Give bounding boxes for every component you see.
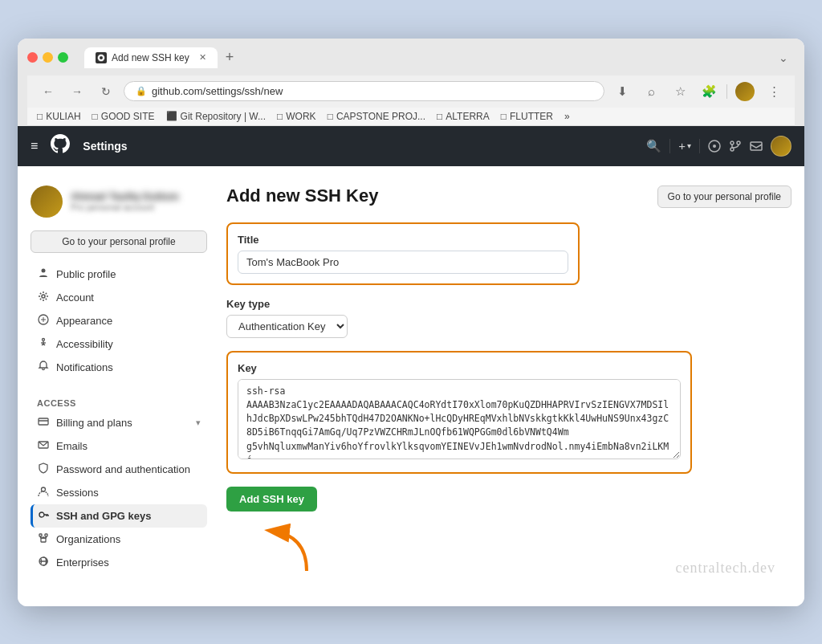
more-bookmarks-icon: » xyxy=(564,111,570,122)
browser-tabs: Add new SSH key ✕ + xyxy=(84,47,766,68)
search-btn[interactable]: 🔍 xyxy=(646,139,661,153)
sidebar-item-appearance[interactable]: Appearance xyxy=(31,309,207,332)
sidebar-item-billing[interactable]: Billing and plans ▾ xyxy=(31,411,207,434)
tab-title: Add new SSH key xyxy=(112,52,189,63)
security-icon: 🔒 xyxy=(136,86,147,96)
header-menu-btn[interactable]: ≡ xyxy=(31,139,38,153)
browser-expand-btn[interactable]: ⌄ xyxy=(772,47,795,69)
bookmark-capstone[interactable]: □ CAPSTONE PROJ... xyxy=(328,111,425,122)
folder-icon: □ xyxy=(437,111,442,122)
github-header: ≡ Settings 🔍 +▾ xyxy=(18,126,804,166)
folder-icon: □ xyxy=(37,111,43,122)
refresh-btn[interactable]: ↻ xyxy=(95,80,117,103)
browser-window: Add new SSH key ✕ + ⌄ ← → ↻ 🔒 github.com… xyxy=(18,39,804,606)
access-nav: Billing and plans ▾ Emails Password an xyxy=(31,411,207,574)
download-btn[interactable]: ⬇ xyxy=(611,80,633,103)
main-content: Go to your personal profile Add new SSH … xyxy=(226,185,791,587)
browser-avatar xyxy=(735,82,755,101)
bookmark-label: Git Repository | W... xyxy=(181,111,266,122)
browser-titlebar: Add new SSH key ✕ + ⌄ xyxy=(27,47,795,69)
sidebar-item-accessibility[interactable]: Accessibility xyxy=(31,332,207,356)
go-to-profile-btn[interactable]: Go to your personal profile xyxy=(31,230,207,253)
issues-btn[interactable] xyxy=(708,140,721,153)
sidebar-item-organizations[interactable]: Organizations xyxy=(31,528,207,551)
address-bar[interactable]: 🔒 github.com/settings/ssh/new xyxy=(124,81,604,101)
sidebar-item-emails[interactable]: Emails xyxy=(31,434,207,458)
email-icon xyxy=(37,439,50,453)
pr-btn[interactable] xyxy=(729,140,742,153)
bookmark-more[interactable]: » xyxy=(564,111,570,122)
folder-icon: □ xyxy=(501,111,507,122)
bookmark-btn[interactable]: ☆ xyxy=(669,80,691,103)
profile-btn[interactable] xyxy=(734,80,756,103)
nav-label: Appearance xyxy=(56,315,112,327)
sidebar-item-public-profile[interactable]: Public profile xyxy=(31,263,207,286)
org-icon xyxy=(37,532,50,546)
extensions-btn[interactable]: 🧩 xyxy=(698,80,720,103)
go-to-personal-profile-btn[interactable]: Go to your personal profile xyxy=(657,185,791,208)
sidebar-item-notifications[interactable]: Notifications xyxy=(31,356,207,379)
svg-rect-25 xyxy=(45,534,47,536)
svg-rect-16 xyxy=(39,418,48,425)
close-traffic-light[interactable] xyxy=(27,52,38,63)
enterprise-icon xyxy=(37,556,50,569)
header-icons: 🔍 +▾ xyxy=(646,136,791,157)
zoom-btn[interactable]: ⌕ xyxy=(640,80,662,103)
watermark-text: centraltech.dev xyxy=(676,560,775,576)
sidebar-avatar xyxy=(31,185,63,218)
bookmark-flutter[interactable]: □ FLUTTER xyxy=(501,111,553,122)
key-textarea[interactable]: ssh-rsa AAAAB3NzaC1yc2EAAAADAQABAAACAQC4… xyxy=(238,379,681,459)
sidebar-item-account[interactable]: Account xyxy=(31,286,207,309)
new-tab-btn[interactable]: + xyxy=(221,49,239,66)
svg-point-4 xyxy=(730,141,734,145)
maximize-traffic-light[interactable] xyxy=(58,52,68,63)
title-input[interactable] xyxy=(238,251,568,274)
svg-point-3 xyxy=(713,145,716,148)
bookmark-alterra[interactable]: □ ALTERRA xyxy=(437,111,490,122)
separator xyxy=(726,84,727,99)
active-tab[interactable]: Add new SSH key ✕ xyxy=(84,47,218,68)
svg-point-19 xyxy=(39,512,44,517)
svg-point-9 xyxy=(42,268,46,272)
bookmark-git-repo[interactable]: ⬛ Git Repository | W... xyxy=(166,111,266,122)
key-type-select[interactable]: Authentication Key Signing Key xyxy=(226,315,348,338)
title-label: Title xyxy=(238,234,568,246)
bookmark-kuliah[interactable]: □ KULIAH xyxy=(37,111,81,122)
sidebar-user-name: Ahmad Taufiq Gultom xyxy=(71,190,179,202)
github-logo xyxy=(51,134,70,158)
bookmark-work[interactable]: □ WORK xyxy=(277,111,316,122)
forward-btn[interactable]: → xyxy=(66,80,88,103)
bookmark-good-site[interactable]: □ GOOD SITE xyxy=(92,111,155,122)
key-label: Key xyxy=(238,362,681,374)
svg-point-5 xyxy=(737,141,740,145)
key-type-group: Key type Authentication Key Signing Key xyxy=(226,298,791,338)
traffic-lights xyxy=(27,52,68,63)
add-ssh-key-btn[interactable]: Add SSH key xyxy=(226,487,317,512)
browser-nav: ← → ↻ 🔒 github.com/settings/ssh/new ⬇ ⌕ … xyxy=(27,75,795,108)
svg-point-10 xyxy=(42,295,45,298)
bookmark-label: ALTERRA xyxy=(446,111,489,122)
github-content: Ahmad Taufiq Gultom Pro personal account… xyxy=(18,166,804,606)
sidebar-item-sessions[interactable]: Sessions xyxy=(31,481,207,504)
header-avatar[interactable] xyxy=(771,136,791,157)
inbox-btn[interactable] xyxy=(750,140,763,153)
back-btn[interactable]: ← xyxy=(37,80,59,103)
billing-icon xyxy=(37,416,50,430)
nav-label: Public profile xyxy=(56,268,116,280)
nav-label: Accessibility xyxy=(56,338,113,350)
bookmark-label: WORK xyxy=(286,111,315,122)
sidebar-item-password-auth[interactable]: Password and authentication xyxy=(31,458,207,481)
minimize-traffic-light[interactable] xyxy=(43,52,53,63)
sidebar-item-ssh-gpg[interactable]: SSH and GPG keys xyxy=(31,504,207,528)
tab-close-btn[interactable]: ✕ xyxy=(199,52,206,63)
folder-icon: □ xyxy=(92,111,98,122)
nav-label: Password and authentication xyxy=(56,463,190,475)
more-btn[interactable]: ⋮ xyxy=(763,80,785,103)
sidebar-item-enterprises[interactable]: Enterprises xyxy=(31,551,207,574)
folder-icon: □ xyxy=(328,111,333,122)
new-dropdown-btn[interactable]: +▾ xyxy=(678,139,691,153)
svg-point-1 xyxy=(100,56,103,59)
address-url: github.com/settings/ssh/new xyxy=(152,85,592,97)
nav-label: Organizations xyxy=(56,533,120,545)
sidebar-nav: Public profile Account Appearance xyxy=(31,263,207,379)
